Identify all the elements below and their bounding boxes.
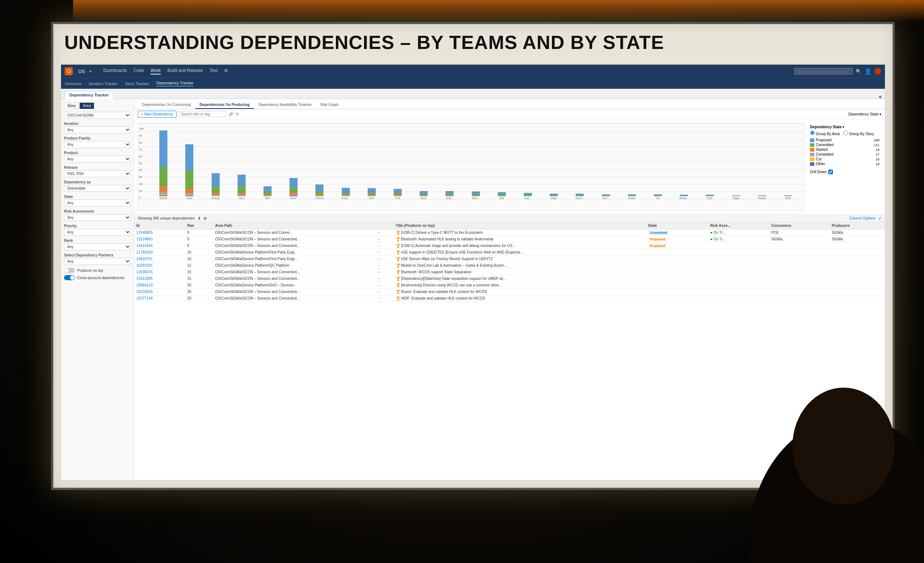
- bar-group-Andr[interactable]: Andr...: [437, 191, 462, 199]
- bar-group-Maps[interactable]: Maps: [542, 194, 566, 199]
- nav-test[interactable]: Test: [209, 68, 218, 75]
- group-by-story-radio[interactable]: [843, 130, 848, 135]
- id-link[interactable]: 14414444: [136, 244, 153, 248]
- table-row[interactable]: 15377148 20 OS\Core\SiGMa\SCON – Sensors…: [134, 295, 885, 302]
- drill-down-checkbox[interactable]: [828, 169, 833, 174]
- project-name[interactable]: OS: [78, 69, 85, 74]
- toggle-area-btn[interactable]: Area: [80, 103, 94, 109]
- col-header-state[interactable]: State: [646, 222, 708, 229]
- bar-group-Surf[interactable]: Surf...: [593, 195, 618, 199]
- group-by-story-label[interactable]: Group By Story: [843, 130, 874, 136]
- bar-group-Memb[interactable]: Memb...: [671, 195, 696, 199]
- priority-select[interactable]: Any: [64, 229, 131, 236]
- notification-icon[interactable]: [874, 68, 881, 75]
- subtab-availability-timeline[interactable]: Dependency Availability Timeline: [254, 101, 316, 109]
- cell-ellipsis[interactable]: ···: [375, 262, 393, 269]
- area-path-select[interactable]: OS\Core\SiGMa: [64, 112, 131, 119]
- bar-group-Analog[interactable]: Analog: [203, 173, 228, 199]
- bar-group-ENS[interactable]: ENS: [359, 188, 384, 199]
- bar-group-Evoke[interactable]: Evoke: [620, 195, 644, 199]
- table-row[interactable]: 10964110 20 OS\Core\SiGMa\Device Platfor…: [134, 282, 885, 289]
- cell-ellipsis[interactable]: ···: [375, 269, 393, 276]
- iteration-select[interactable]: Any: [64, 126, 131, 133]
- global-search-input[interactable]: [794, 68, 853, 75]
- table-row[interactable]: 15376918 20 OS\Core\SiGMa\SCON – Sensors…: [134, 289, 885, 295]
- cell-ellipsis[interactable]: ···: [375, 229, 393, 236]
- cell-ellipsis[interactable]: ···: [375, 243, 393, 249]
- subnav-dependency-tracker[interactable]: Dependency Tracker: [156, 81, 194, 87]
- nav-code[interactable]: Code: [134, 68, 144, 75]
- column-options-btn[interactable]: Column Options: [849, 216, 875, 220]
- toggle-story-btn[interactable]: Story: [64, 103, 79, 109]
- bar-group-WebP[interactable]: WebP: [281, 178, 306, 199]
- cell-id[interactable]: 14610761: [134, 256, 185, 262]
- subtab-consuming[interactable]: Dependencies I'm Consuming: [138, 101, 195, 109]
- bar-group-Surf[interactable]: Surf...: [515, 193, 540, 199]
- user-avatar[interactable]: 👤: [864, 68, 872, 75]
- col-header-consumers[interactable]: Consumers: [769, 222, 830, 229]
- col-header-risk[interactable]: Risk Asse...: [708, 222, 769, 229]
- table-row[interactable]: 15411895 15 OS\Core\SiGMa\SCON – Sensors…: [134, 276, 885, 282]
- cell-ellipsis[interactable]: ···: [375, 236, 393, 243]
- release-select[interactable]: RS5, RS6: [64, 170, 131, 177]
- group-by-area-radio[interactable]: [810, 130, 815, 135]
- id-link[interactable]: 15377148: [136, 296, 153, 300]
- bar-group-IDM[interactable]: IDM: [489, 192, 514, 199]
- bar-group-DCX[interactable]: DCX: [698, 195, 722, 199]
- subnav-story-tracker[interactable]: Story Tracker: [125, 81, 149, 86]
- nav-dashboards[interactable]: Dashboards: [104, 68, 127, 75]
- col-header-id[interactable]: Id: [134, 222, 185, 229]
- cell-id[interactable]: 12636074: [134, 269, 185, 276]
- cell-id[interactable]: 15377148: [134, 295, 185, 302]
- refresh-icon[interactable]: ↻: [236, 112, 239, 117]
- id-link[interactable]: 15411895: [136, 277, 153, 281]
- nav-settings-icon[interactable]: ⚙: [224, 68, 228, 75]
- producer-on-top-toggle[interactable]: [64, 268, 75, 273]
- bar-group-Xbox[interactable]: Xbox: [229, 175, 254, 199]
- group-by-area-label[interactable]: Group By Area: [810, 130, 840, 136]
- dep-search-input[interactable]: [179, 111, 226, 117]
- table-row[interactable]: 14610761 10 OS\Core\SiGMa\Device Platfor…: [134, 256, 885, 262]
- cell-id[interactable]: 12524893: [134, 236, 185, 243]
- cell-id[interactable]: 11789160: [134, 249, 185, 256]
- id-link[interactable]: 15376918: [136, 290, 153, 294]
- bar-group-PCE[interactable]: PCE: [385, 189, 410, 199]
- subtab-risk-graph[interactable]: Risk Graph: [316, 101, 343, 109]
- bar-group-Base[interactable]: Base: [411, 191, 436, 199]
- product-family-select[interactable]: Any: [64, 141, 131, 148]
- cell-id[interactable]: 14414444: [134, 243, 185, 249]
- table-row[interactable]: 12524893 5 OS\Core\SiGMa\SCON – Sensors …: [134, 236, 885, 243]
- grid-icon[interactable]: ⊞: [204, 216, 207, 220]
- bar-group-People[interactable]: People: [750, 195, 774, 199]
- col-header-title[interactable]: Title (Producer on top): [394, 222, 646, 229]
- table-row[interactable]: 10287021 11 OS\Core\SiGMa\Device Platfor…: [134, 262, 885, 269]
- state-select[interactable]: Any: [64, 199, 131, 207]
- cell-id[interactable]: 15376918: [134, 289, 185, 295]
- nav-work[interactable]: Work: [151, 68, 161, 75]
- col-header-rank[interactable]: Ran: [185, 222, 213, 229]
- link-icon[interactable]: 🔗: [228, 112, 234, 117]
- project-dropdown-icon[interactable]: ▼: [89, 69, 93, 73]
- id-link[interactable]: 10964110: [136, 283, 153, 287]
- dep-partners-select[interactable]: Any: [64, 258, 131, 265]
- bar-group-ES[interactable]: ES: [645, 195, 670, 199]
- col-header-producers[interactable]: Producers: [830, 222, 885, 229]
- id-link[interactable]: 11540809: [136, 231, 153, 235]
- col-header-area-path[interactable]: Area Path: [213, 222, 375, 229]
- collapse-btn[interactable]: ◀: [878, 94, 881, 99]
- cross-account-toggle[interactable]: [64, 275, 75, 280]
- cell-id[interactable]: 11540809: [134, 229, 185, 236]
- expand-icon[interactable]: ⤢: [878, 216, 881, 220]
- bar-group-Shell[interactable]: Shell: [177, 144, 202, 199]
- tab-dependency-tracker[interactable]: Dependency Tracker: [65, 91, 114, 99]
- bar-group-Skype[interactable]: Skype: [723, 195, 748, 199]
- subnav-iteration-tracker[interactable]: Iteration Tracker: [89, 81, 118, 86]
- cell-ellipsis[interactable]: ···: [375, 289, 393, 295]
- cell-ellipsis[interactable]: ···: [375, 295, 393, 302]
- bar-group-Fund[interactable]: Fund...: [333, 188, 358, 199]
- bar-group-SiGMa[interactable]: SiGMa: [151, 130, 176, 199]
- bar-group-Rele[interactable]: Rele...: [463, 192, 488, 199]
- export-icon[interactable]: ⬇: [198, 216, 201, 220]
- id-link[interactable]: 11789160: [136, 250, 153, 254]
- dependency-as-select[interactable]: Deliverable: [64, 185, 131, 192]
